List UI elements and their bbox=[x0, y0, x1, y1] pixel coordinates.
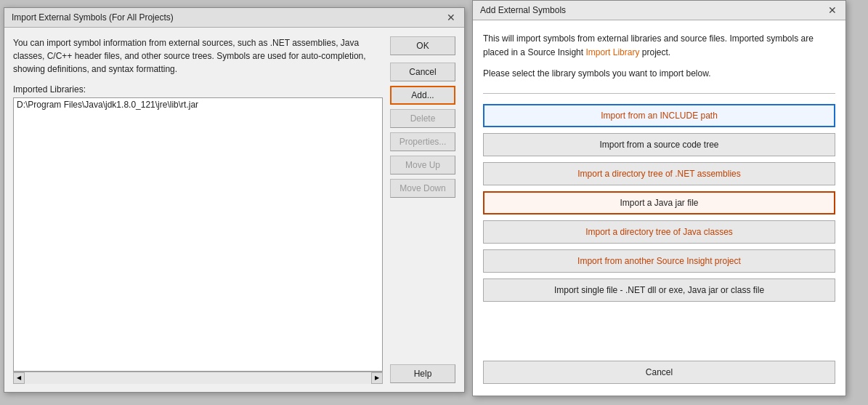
left-dialog-title: Import External Symbols (For All Project… bbox=[12, 12, 174, 23]
import-source-code-button[interactable]: Import from a source code tree bbox=[483, 133, 835, 156]
left-dialog-content: You can import symbol information from e… bbox=[13, 36, 383, 383]
add-button[interactable]: Add... bbox=[390, 86, 455, 105]
left-dialog-titlebar: Import External Symbols (For All Project… bbox=[4, 8, 464, 28]
libraries-list: D:\Program Files\Java\jdk1.8.0_121\jre\l… bbox=[13, 97, 383, 372]
intro-highlight: Import Library bbox=[585, 47, 639, 57]
scroll-left-button[interactable]: ◀ bbox=[13, 372, 25, 384]
right-dialog-body: This will import symbols from external l… bbox=[473, 20, 845, 396]
import-include-path-button[interactable]: Import from an INCLUDE path bbox=[483, 104, 835, 127]
properties-button[interactable]: Properties... bbox=[390, 132, 455, 151]
right-dialog-titlebar: Add External Symbols ✕ bbox=[473, 1, 845, 20]
import-net-assemblies-button[interactable]: Import a directory tree of .NET assembli… bbox=[483, 162, 835, 185]
left-dialog: Import External Symbols (For All Project… bbox=[4, 7, 465, 393]
cancel-button[interactable]: Cancel bbox=[390, 63, 455, 81]
library-item: D:\Program Files\Java\jdk1.8.0_121\jre\l… bbox=[14, 98, 382, 111]
import-single-file-button[interactable]: Import single file - .NET dll or exe, Ja… bbox=[483, 278, 835, 302]
help-button[interactable]: Help bbox=[390, 364, 455, 383]
import-java-classes-button[interactable]: Import a directory tree of Java classes bbox=[483, 220, 835, 244]
import-include-path-label: Import from an INCLUDE path bbox=[601, 111, 718, 121]
right-dialog-close-button[interactable]: ✕ bbox=[827, 5, 838, 15]
import-java-jar-label: Import a Java jar file bbox=[620, 198, 698, 208]
left-dialog-body: You can import symbol information from e… bbox=[4, 28, 464, 392]
select-text: Please select the library symbols you wa… bbox=[483, 68, 835, 79]
move-up-button[interactable]: Move Up bbox=[390, 156, 455, 175]
imported-libraries-label: Imported Libraries: bbox=[13, 84, 383, 95]
description-text: You can import symbol information from e… bbox=[13, 36, 383, 76]
import-java-classes-label: Import a directory tree of Java classes bbox=[585, 227, 733, 237]
right-cancel-button[interactable]: Cancel bbox=[483, 361, 835, 384]
right-dialog-title: Add External Symbols bbox=[480, 5, 566, 15]
import-java-jar-button[interactable]: Import a Java jar file bbox=[483, 191, 835, 214]
intro-text: This will import symbols from external l… bbox=[483, 32, 835, 60]
left-dialog-close-button[interactable]: ✕ bbox=[445, 12, 457, 23]
import-source-insight-button[interactable]: Import from another Source Insight proje… bbox=[483, 249, 835, 273]
import-single-file-label: Import single file - .NET dll or exe, Ja… bbox=[554, 285, 764, 295]
scroll-track[interactable] bbox=[25, 372, 371, 384]
right-buttons-panel: OK Cancel Add... Delete Properties... Mo… bbox=[390, 36, 455, 383]
divider bbox=[483, 93, 835, 94]
delete-button[interactable]: Delete bbox=[390, 109, 455, 128]
right-dialog: Add External Symbols ✕ This will import … bbox=[472, 0, 846, 396]
ok-button[interactable]: OK bbox=[390, 36, 455, 55]
intro-line1: This will import symbols from external l… bbox=[483, 33, 764, 44]
move-down-button[interactable]: Move Down bbox=[390, 179, 455, 198]
import-source-code-label: Import from a source code tree bbox=[599, 140, 718, 150]
scroll-right-button[interactable]: ▶ bbox=[371, 372, 383, 384]
import-net-assemblies-label: Import a directory tree of .NET assembli… bbox=[577, 169, 741, 179]
horizontal-scrollbar[interactable]: ◀ ▶ bbox=[13, 372, 383, 383]
import-source-insight-label: Import from another Source Insight proje… bbox=[577, 256, 741, 266]
intro-line3: project. bbox=[642, 47, 670, 57]
